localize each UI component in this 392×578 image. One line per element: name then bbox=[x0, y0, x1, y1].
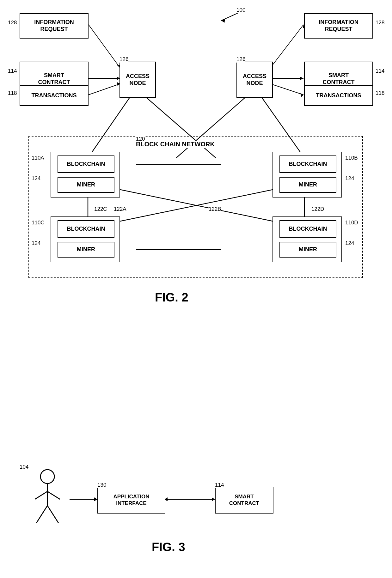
node-110a: BLOCKCHAIN MINER bbox=[51, 152, 120, 198]
ref-118-left: 118 bbox=[8, 90, 17, 96]
ref-100: 100 bbox=[236, 7, 245, 13]
blockchain-110a: BLOCKCHAIN bbox=[58, 155, 114, 173]
ref-124-a: 124 bbox=[32, 175, 40, 182]
ref-110b: 110B bbox=[345, 155, 358, 161]
right-transactions-box: TRANSACTIONS bbox=[304, 85, 373, 106]
svg-line-2 bbox=[89, 25, 120, 68]
ref-120: 120 bbox=[136, 136, 145, 142]
ref-124-c: 124 bbox=[32, 240, 40, 246]
ref-130: 130 bbox=[97, 482, 106, 488]
svg-marker-1 bbox=[221, 19, 225, 23]
svg-line-8 bbox=[270, 25, 303, 68]
miner-110b: MINER bbox=[279, 177, 336, 193]
svg-line-12 bbox=[270, 84, 303, 95]
ref-124-d: 124 bbox=[345, 240, 354, 246]
left-transactions-box: TRANSACTIONS bbox=[20, 85, 89, 106]
blockchain-110c: BLOCKCHAIN bbox=[58, 220, 114, 238]
blockchain-network-label: BLOCK CHAIN NETWORK bbox=[136, 141, 215, 148]
svg-marker-13 bbox=[300, 93, 303, 97]
ref-122a: 122A bbox=[114, 206, 126, 212]
svg-line-0 bbox=[221, 12, 240, 21]
node-110c: BLOCKCHAIN MINER bbox=[51, 216, 120, 262]
ref-122b: 122B bbox=[209, 206, 221, 212]
ref-126-right: 126 bbox=[236, 56, 245, 63]
app-interface-box: APPLICATIONINTERFACE bbox=[97, 487, 165, 514]
svg-marker-11 bbox=[300, 77, 303, 80]
ref-110a: 110A bbox=[32, 155, 44, 161]
fig3-smart-contract-box: SMARTCONTRACT bbox=[215, 487, 273, 514]
miner-110d: MINER bbox=[279, 242, 336, 258]
diagram-container: 100 INFORMATIONREQUEST 128 SMARTCONTRACT… bbox=[0, 0, 392, 578]
node-110d: BLOCKCHAIN MINER bbox=[273, 216, 342, 262]
ref-114-right: 114 bbox=[376, 68, 384, 74]
ref-118-right: 118 bbox=[376, 90, 384, 96]
ref-110d: 110D bbox=[345, 220, 358, 226]
left-access-node-box: ACCESSNODE bbox=[119, 62, 156, 98]
blockchain-110b: BLOCKCHAIN bbox=[279, 155, 336, 173]
svg-line-32 bbox=[47, 491, 60, 499]
ref-114-left: 114 bbox=[8, 68, 17, 74]
ref-104: 104 bbox=[20, 464, 28, 470]
svg-line-31 bbox=[35, 491, 47, 499]
miner-110a: MINER bbox=[58, 177, 114, 193]
person-figure bbox=[30, 468, 65, 526]
ref-110c: 110C bbox=[32, 220, 45, 226]
ref-128-right-top: 128 bbox=[376, 20, 384, 26]
fig2-label: FIG. 2 bbox=[155, 291, 188, 304]
svg-marker-27 bbox=[212, 497, 215, 501]
ref-124-b: 124 bbox=[345, 175, 354, 182]
ref-122d: 122D bbox=[311, 206, 324, 212]
svg-line-34 bbox=[47, 506, 58, 523]
ref-126-left: 126 bbox=[119, 56, 128, 63]
node-110b: BLOCKCHAIN MINER bbox=[273, 152, 342, 198]
miner-110c: MINER bbox=[58, 242, 114, 258]
svg-line-33 bbox=[36, 506, 47, 523]
right-access-node-box: ACCESSNODE bbox=[236, 62, 273, 98]
ref-128-left-top: 128 bbox=[8, 20, 17, 26]
svg-point-29 bbox=[40, 470, 54, 484]
svg-marker-25 bbox=[94, 497, 97, 501]
svg-line-6 bbox=[89, 84, 120, 95]
fig3-label: FIG. 3 bbox=[152, 540, 185, 554]
ref-114-fig3: 114 bbox=[215, 482, 224, 488]
left-info-request-box: INFORMATIONREQUEST bbox=[20, 13, 89, 39]
ref-122c: 122C bbox=[94, 206, 107, 212]
right-info-request-box: INFORMATIONREQUEST bbox=[304, 13, 373, 39]
blockchain-110d: BLOCKCHAIN bbox=[279, 220, 336, 238]
